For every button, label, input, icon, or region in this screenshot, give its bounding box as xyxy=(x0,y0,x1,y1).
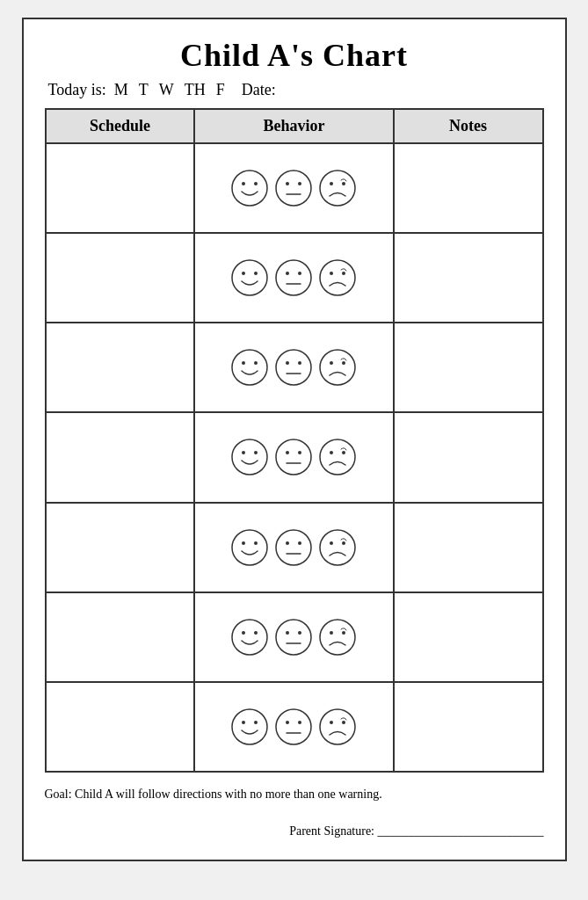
happy-face-icon xyxy=(230,348,269,387)
svg-point-53 xyxy=(276,620,311,655)
svg-point-20 xyxy=(232,350,267,385)
svg-point-40 xyxy=(232,530,267,565)
page-title: Child A's Chart xyxy=(45,37,544,74)
svg-point-69 xyxy=(342,721,345,724)
sad-face-icon xyxy=(318,438,357,476)
svg-point-0 xyxy=(232,171,267,206)
svg-point-43 xyxy=(276,530,311,565)
sad-face-icon xyxy=(318,258,357,297)
table-row xyxy=(46,592,543,682)
neutral-face-icon xyxy=(274,618,313,657)
svg-point-7 xyxy=(320,171,355,206)
svg-point-17 xyxy=(320,260,355,295)
svg-point-62 xyxy=(254,721,258,724)
face-group xyxy=(197,613,390,662)
face-group xyxy=(197,702,390,751)
neutral-face-icon xyxy=(274,348,313,387)
face-group xyxy=(197,523,390,572)
sad-face-icon xyxy=(318,169,357,207)
sad-face-icon xyxy=(318,618,357,657)
table-row xyxy=(46,143,543,233)
schedule-cell xyxy=(46,233,195,323)
face-group xyxy=(197,163,390,213)
svg-point-9 xyxy=(342,182,345,185)
svg-point-48 xyxy=(330,541,333,545)
svg-point-39 xyxy=(342,451,345,454)
notes-cell xyxy=(394,503,543,592)
svg-point-54 xyxy=(286,631,289,635)
svg-point-28 xyxy=(330,361,333,365)
day-friday: F xyxy=(216,81,225,99)
svg-point-50 xyxy=(232,620,267,655)
behavior-chart: Schedule Behavior Notes xyxy=(45,108,544,773)
sad-face-icon xyxy=(318,528,357,567)
svg-point-5 xyxy=(298,182,301,185)
goal-text: Goal: Child A will follow directions wit… xyxy=(45,781,544,807)
notes-cell xyxy=(394,323,543,412)
header-behavior: Behavior xyxy=(194,109,393,143)
behavior-cell-container xyxy=(194,503,393,592)
svg-point-25 xyxy=(298,361,301,365)
table-row xyxy=(46,323,543,412)
behavior-cell-container xyxy=(194,233,393,323)
neutral-face-icon xyxy=(274,528,313,567)
face-group xyxy=(197,432,390,482)
svg-point-27 xyxy=(320,350,355,385)
svg-point-51 xyxy=(242,631,245,635)
svg-point-22 xyxy=(254,361,258,365)
behavior-cell-container xyxy=(194,412,393,502)
svg-point-8 xyxy=(330,182,333,185)
svg-point-23 xyxy=(276,350,311,385)
svg-point-44 xyxy=(286,541,289,545)
svg-point-34 xyxy=(286,451,289,454)
svg-point-67 xyxy=(320,709,355,744)
notes-cell xyxy=(394,682,543,772)
svg-point-3 xyxy=(276,171,311,206)
svg-point-59 xyxy=(342,631,345,635)
date-label: Date: xyxy=(242,81,276,99)
notes-cell xyxy=(394,233,543,323)
behavior-cell-container xyxy=(194,143,393,233)
svg-point-61 xyxy=(242,721,245,724)
sad-face-icon xyxy=(318,708,357,746)
schedule-cell xyxy=(46,323,195,412)
svg-point-38 xyxy=(330,451,333,454)
notes-cell xyxy=(394,412,543,502)
svg-point-45 xyxy=(298,541,301,545)
svg-point-42 xyxy=(254,541,258,545)
svg-point-30 xyxy=(232,439,267,475)
face-group xyxy=(197,253,390,302)
day-thursday: TH xyxy=(185,81,206,99)
svg-point-14 xyxy=(286,272,289,275)
today-row: Today is: M T W TH F Date: xyxy=(45,81,544,99)
table-row xyxy=(46,503,543,592)
svg-point-49 xyxy=(342,541,345,545)
face-group xyxy=(197,343,390,392)
day-monday: M xyxy=(114,81,128,99)
svg-point-58 xyxy=(330,631,333,635)
svg-point-55 xyxy=(298,631,301,635)
neutral-face-icon xyxy=(274,258,313,297)
svg-point-33 xyxy=(276,439,311,475)
happy-face-icon xyxy=(230,438,269,476)
header-notes: Notes xyxy=(394,109,543,143)
svg-point-10 xyxy=(232,260,267,295)
neutral-face-icon xyxy=(274,169,313,207)
svg-point-37 xyxy=(320,439,355,475)
svg-point-47 xyxy=(320,530,355,565)
svg-point-41 xyxy=(242,541,245,545)
svg-point-18 xyxy=(330,272,333,275)
day-tuesday: T xyxy=(139,81,149,99)
notes-cell xyxy=(394,592,543,682)
happy-face-icon xyxy=(230,618,269,657)
svg-point-63 xyxy=(276,709,311,744)
svg-point-60 xyxy=(232,709,267,744)
svg-point-31 xyxy=(242,451,245,454)
svg-point-68 xyxy=(330,721,333,724)
svg-point-1 xyxy=(242,182,245,185)
table-row xyxy=(46,682,543,772)
table-row xyxy=(46,412,543,502)
svg-point-11 xyxy=(242,272,245,275)
neutral-face-icon xyxy=(274,708,313,746)
page: Child A's Chart Today is: M T W TH F Dat… xyxy=(22,18,567,861)
